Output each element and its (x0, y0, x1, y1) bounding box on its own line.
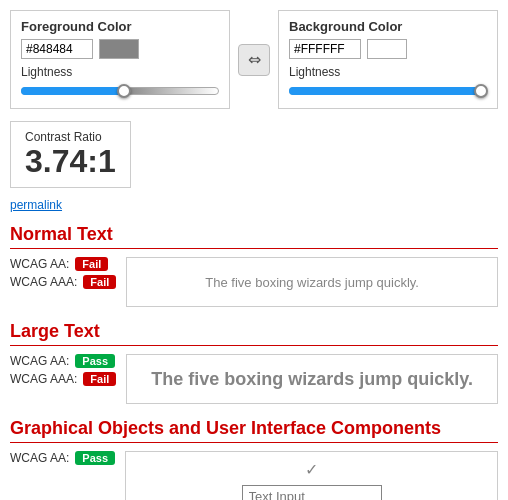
normal-text-header: Normal Text (10, 224, 498, 249)
swap-icon: ⇔ (248, 50, 261, 69)
foreground-highlight (21, 87, 124, 95)
large-text-preview: The five boxing wizards jump quickly. (151, 369, 473, 390)
background-hex-input[interactable] (289, 39, 361, 59)
background-slider[interactable] (289, 82, 487, 100)
foreground-swatch (99, 39, 139, 59)
foreground-title: Foreground Color (21, 19, 219, 34)
large-text-aaa-badge: Fail (83, 372, 116, 386)
large-text-aa-label: WCAG AA: (10, 354, 69, 368)
graphical-wcag-labels: WCAG AA: Pass (10, 451, 115, 500)
background-lightness-label: Lightness (289, 65, 487, 79)
normal-text-aa-row: WCAG AA: Fail (10, 257, 116, 271)
foreground-thumb[interactable] (117, 84, 131, 98)
graphical-preview-box: ✓ (125, 451, 498, 500)
large-text-aaa-row: WCAG AAA: Fail (10, 372, 116, 386)
normal-text-aaa-row: WCAG AAA: Fail (10, 275, 116, 289)
graphical-content: WCAG AA: Pass ✓ (10, 451, 498, 500)
foreground-hex-input[interactable] (21, 39, 93, 59)
normal-text-aa-badge: Fail (75, 257, 108, 271)
normal-text-aa-label: WCAG AA: (10, 257, 69, 271)
large-text-wcag-labels: WCAG AA: Pass WCAG AAA: Fail (10, 354, 116, 404)
large-text-preview-box: The five boxing wizards jump quickly. (126, 354, 498, 404)
checkmark-icon: ✓ (305, 460, 318, 479)
color-panels: Foreground Color Lightness ⇔ Background … (10, 10, 498, 109)
large-text-aa-badge: Pass (75, 354, 115, 368)
background-thumb[interactable] (474, 84, 488, 98)
large-text-content: WCAG AA: Pass WCAG AAA: Fail The five bo… (10, 354, 498, 404)
normal-text-preview-box: The five boxing wizards jump quickly. (126, 257, 498, 307)
swap-button[interactable]: ⇔ (238, 44, 270, 76)
background-panel: Background Color Lightness (278, 10, 498, 109)
contrast-number: 3.74 (25, 143, 87, 179)
foreground-slider[interactable] (21, 82, 219, 100)
graphical-section: Graphical Objects and User Interface Com… (10, 418, 498, 500)
contrast-label: Contrast Ratio (25, 130, 116, 144)
contrast-value: 3.74:1 (25, 144, 116, 179)
graphical-aa-label: WCAG AA: (10, 451, 69, 465)
normal-text-section: Normal Text WCAG AA: Fail WCAG AAA: Fail… (10, 224, 498, 307)
normal-text-aaa-label: WCAG AAA: (10, 275, 77, 289)
contrast-suffix: :1 (87, 143, 115, 179)
large-text-section: Large Text WCAG AA: Pass WCAG AAA: Fail … (10, 321, 498, 404)
graphical-header: Graphical Objects and User Interface Com… (10, 418, 498, 443)
foreground-input-row (21, 39, 219, 59)
normal-text-preview: The five boxing wizards jump quickly. (205, 275, 419, 290)
graphical-aa-badge: Pass (75, 451, 115, 465)
text-input-preview[interactable] (242, 485, 382, 500)
background-title: Background Color (289, 19, 487, 34)
graphical-aa-row: WCAG AA: Pass (10, 451, 115, 465)
normal-text-content: WCAG AA: Fail WCAG AAA: Fail The five bo… (10, 257, 498, 307)
background-highlight (289, 87, 481, 95)
background-swatch (367, 39, 407, 59)
large-text-aaa-label: WCAG AAA: (10, 372, 77, 386)
large-text-aa-row: WCAG AA: Pass (10, 354, 116, 368)
contrast-box: Contrast Ratio 3.74:1 (10, 121, 131, 188)
normal-text-wcag-labels: WCAG AA: Fail WCAG AAA: Fail (10, 257, 116, 307)
permalink-link[interactable]: permalink (10, 198, 498, 212)
normal-text-aaa-badge: Fail (83, 275, 116, 289)
foreground-panel: Foreground Color Lightness (10, 10, 230, 109)
foreground-lightness-label: Lightness (21, 65, 219, 79)
large-text-header: Large Text (10, 321, 498, 346)
background-input-row (289, 39, 487, 59)
